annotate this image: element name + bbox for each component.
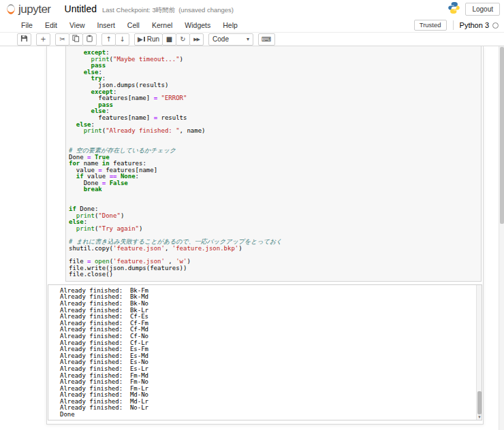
- stop-icon: ■: [166, 36, 172, 43]
- unsaved-changes-label: (unsaved changes): [178, 6, 234, 14]
- python-logo-icon: [447, 1, 460, 17]
- run-label: Run: [147, 35, 159, 43]
- title-area: Untitled Last Checkpoint: 3時間前 (unsaved …: [65, 3, 234, 15]
- menubar-divider: [453, 20, 454, 30]
- code-lines: except: print("Maybe timeout...") pass e…: [69, 50, 478, 278]
- save-button[interactable]: [17, 33, 31, 46]
- trusted-button[interactable]: Trusted: [414, 20, 447, 31]
- code-cell: except: print("Maybe timeout...") pass e…: [47, 46, 483, 282]
- menu-kernel[interactable]: Kernel: [146, 18, 178, 32]
- menu-view[interactable]: View: [63, 18, 91, 32]
- clipboard-icon: [86, 35, 93, 44]
- step-forward-bar-icon: [144, 37, 145, 42]
- output-scroll-area[interactable]: Already finished: Bk-FmAlready finished:…: [48, 284, 482, 420]
- command-palette-button[interactable]: ⌨: [258, 33, 274, 46]
- step-forward-icon: ▶: [138, 36, 143, 43]
- output-scrollbar-down-arrow-icon[interactable]: ▼: [477, 414, 482, 420]
- restart-icon: ↻: [180, 36, 185, 43]
- menu-file[interactable]: File: [15, 18, 39, 32]
- copy-icon: [72, 35, 80, 44]
- keyboard-icon: ⌨: [262, 36, 271, 43]
- cell-type-value: Code: [212, 35, 229, 43]
- jupyter-logo[interactable]: jupyter: [7, 4, 51, 14]
- kernel-name: Python 3: [460, 21, 489, 29]
- arrow-down-icon: ↓: [119, 36, 125, 43]
- chevron-down-icon: ▾: [240, 36, 249, 42]
- paste-cell-button[interactable]: [82, 33, 97, 46]
- jupyter-orbit-icon: [7, 5, 16, 14]
- menu-cell[interactable]: Cell: [121, 18, 146, 32]
- arrow-up-icon: ↑: [106, 36, 111, 43]
- cell-type-select[interactable]: Code ▾: [208, 33, 253, 46]
- menu-edit[interactable]: Edit: [39, 18, 63, 32]
- restart-run-all-button[interactable]: ▶▶: [189, 33, 204, 46]
- menu-insert[interactable]: Insert: [91, 18, 121, 32]
- toolbar: + ✂ ↑ ↓: [0, 33, 504, 46]
- menu-widgets[interactable]: Widgets: [178, 18, 217, 32]
- move-cell-down-button[interactable]: ↓: [115, 33, 129, 46]
- move-cell-up-button[interactable]: ↑: [101, 33, 116, 46]
- run-cell-button[interactable]: ▶ Run: [134, 33, 163, 46]
- menubar: File Edit View Insert Cell Kernel Widget…: [0, 18, 504, 33]
- kernel-idle-indicator-icon: [492, 22, 499, 29]
- restart-kernel-button[interactable]: ↻: [176, 33, 190, 46]
- output-scrollbar[interactable]: ▼: [476, 285, 482, 420]
- logout-button[interactable]: Logout: [465, 3, 500, 16]
- cut-cell-button[interactable]: ✂: [55, 33, 69, 46]
- add-cell-button[interactable]: +: [36, 33, 50, 46]
- output-lines: Already finished: Bk-FmAlready finished:…: [60, 288, 472, 418]
- notebook-title[interactable]: Untitled: [65, 3, 97, 14]
- code-editor[interactable]: except: print("Maybe timeout...") pass e…: [65, 46, 482, 282]
- fast-forward-icon: ▶▶: [193, 36, 200, 43]
- notebook-container: except: print("Maybe timeout...") pass e…: [46, 46, 484, 425]
- input-prompt-column: [47, 46, 65, 282]
- notebook-site: except: print("Maybe timeout...") pass e…: [0, 46, 504, 430]
- copy-cell-button[interactable]: [69, 33, 83, 46]
- menu-help[interactable]: Help: [217, 18, 244, 32]
- page-scrollbar-thumb[interactable]: [500, 47, 504, 224]
- plus-icon: +: [40, 36, 46, 43]
- page-scrollbar[interactable]: [499, 46, 504, 430]
- save-icon: [20, 35, 28, 44]
- notebook-header: jupyter Untitled Last Checkpoint: 3時間前 (…: [0, 0, 504, 18]
- scissors-icon: ✂: [59, 36, 65, 43]
- jupyter-logo-text: jupyter: [18, 4, 51, 14]
- interrupt-kernel-button[interactable]: ■: [162, 33, 176, 46]
- checkpoint-status: Last Checkpoint: 3時間前: [102, 6, 175, 15]
- output-scrollbar-thumb[interactable]: [477, 391, 482, 414]
